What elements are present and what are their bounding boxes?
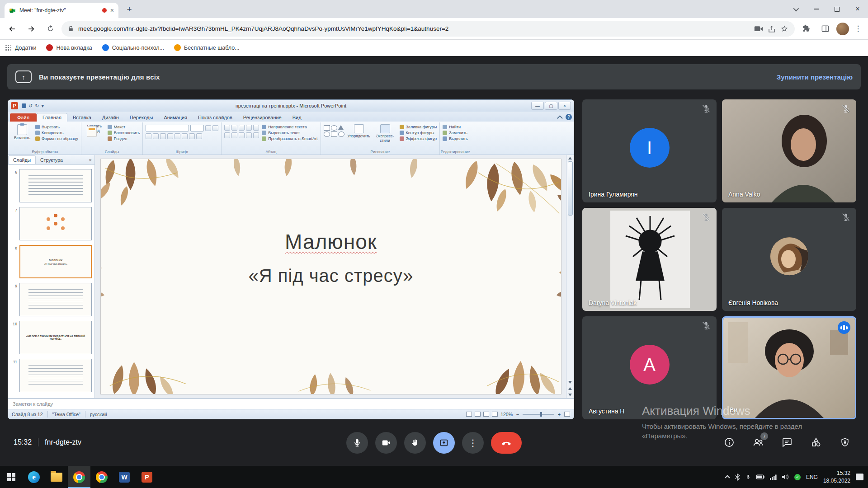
bookmark-item[interactable]: Нова вкладка [46, 44, 92, 51]
change-case-icon[interactable] [189, 133, 195, 139]
hidden-icons-chevron[interactable] [726, 474, 729, 479]
slide-editor[interactable]: Малюнок «Я під час стресу» [95, 155, 566, 398]
panel-tab-slides[interactable]: Слайды [8, 155, 36, 164]
scroll-up-icon[interactable] [568, 157, 572, 160]
layout-button[interactable]: Макет [108, 125, 140, 129]
slide-thumbnail-selected[interactable]: 8 Малюнок «Я під час стресу» [8, 243, 94, 281]
italic-icon[interactable] [153, 133, 159, 139]
reload-button[interactable] [42, 21, 58, 37]
scrollbar-thumb[interactable] [568, 161, 573, 216]
convert-smartart-button[interactable]: Преобразовать в SmartArt [262, 136, 317, 141]
fit-to-window-icon[interactable] [564, 412, 570, 417]
previous-slide-icon[interactable] [568, 387, 572, 390]
slide-scrollbar[interactable] [566, 155, 574, 398]
reset-button[interactable]: Восстановить [108, 131, 140, 135]
section-button[interactable]: Раздел [108, 136, 140, 141]
indent-more-icon[interactable] [246, 125, 252, 131]
slide-sorter-icon[interactable] [475, 412, 481, 417]
tab-design[interactable]: Дизайн [97, 113, 124, 122]
align-right-icon[interactable] [239, 132, 245, 138]
tab-home[interactable]: Главная [37, 113, 67, 122]
language-label[interactable]: русский [90, 412, 107, 417]
tab-transitions[interactable]: Переходы [124, 113, 159, 122]
tab-review[interactable]: Рецензирование [238, 113, 287, 122]
mic-button[interactable] [346, 432, 368, 454]
camera-indicator-icon[interactable] [754, 25, 763, 33]
window-close-button[interactable]: × [847, 0, 868, 18]
align-left-icon[interactable] [224, 132, 230, 138]
zoom-in-icon[interactable]: + [557, 412, 561, 417]
char-spacing-icon[interactable] [182, 133, 188, 139]
copy-button[interactable]: Копировать [35, 131, 78, 135]
participant-tile-irina[interactable]: I Ірина Гуламирян [582, 99, 717, 202]
side-panel-icon[interactable] [817, 21, 833, 37]
find-button[interactable]: Найти [443, 125, 468, 129]
new-slide-button[interactable]: Создать слайд [84, 123, 105, 149]
stop-presenting-button[interactable]: Зупинити презентацію [777, 73, 853, 81]
share-icon[interactable] [768, 25, 776, 33]
tab-view[interactable]: Вид [287, 113, 307, 122]
replace-button[interactable]: Заменить [443, 131, 468, 135]
end-call-button[interactable] [491, 432, 522, 454]
taskbar-edge-icon[interactable]: e [23, 466, 45, 488]
tab-animations[interactable]: Анимация [158, 113, 193, 122]
select-button[interactable]: Выделить [443, 136, 468, 141]
back-button[interactable] [5, 21, 20, 37]
shape-outline-button[interactable]: Контур фигуры [400, 131, 437, 135]
taskbar-chrome-icon[interactable] [90, 466, 113, 488]
bluetooth-icon[interactable] [735, 474, 740, 481]
shape-fill-button[interactable]: Заливка фигуры [400, 125, 437, 129]
bookmark-star-icon[interactable] [780, 25, 788, 33]
grow-font-icon[interactable] [205, 125, 211, 131]
apps-shortcut[interactable]: Додатки [5, 45, 36, 51]
shadow-icon[interactable] [167, 133, 173, 139]
action-center-icon[interactable] [856, 474, 863, 480]
shape-effects-button[interactable]: Эффекты фигур [400, 136, 437, 141]
zoom-slider[interactable] [523, 414, 554, 415]
activities-icon[interactable] [810, 436, 822, 448]
ppt-restore-button[interactable]: ▢ [545, 102, 557, 110]
present-button[interactable] [433, 432, 455, 454]
underline-icon[interactable] [160, 133, 166, 139]
scroll-down-icon[interactable] [568, 381, 572, 384]
format-painter-button[interactable]: Формат по образцу [35, 136, 78, 141]
taskbar-word-icon[interactable]: W [113, 466, 136, 488]
notes-pane[interactable]: Заметки к слайду [8, 398, 574, 409]
columns-icon[interactable] [253, 132, 259, 138]
profile-avatar[interactable] [836, 23, 849, 35]
reading-view-icon[interactable] [483, 412, 489, 417]
participant-tile-anna[interactable]: Anna Valko [722, 99, 856, 202]
slide-thumbnail[interactable]: 10 «НЕ ВСЕ Є ТАКИМ ЯК ВИДАЄТЬСЯ НА ПЕРШИ… [8, 319, 94, 357]
browser-tab[interactable]: Meet: "fnr-dgte-ztv" × [5, 3, 118, 18]
panel-close-icon[interactable]: × [86, 157, 94, 163]
align-text-button[interactable]: Выровнять текст [262, 131, 317, 135]
font-name-select[interactable] [146, 125, 189, 131]
bookmark-item[interactable]: Бесплатные шабло... [174, 44, 240, 51]
taskbar-explorer-icon[interactable] [45, 466, 68, 488]
slide-thumbnail[interactable]: 6 [8, 167, 94, 205]
participant-tile-evgeniya[interactable]: Євгенія Новікова [722, 208, 856, 311]
new-tab-button[interactable]: + [123, 3, 136, 16]
slide-thumbnail[interactable]: 9 [8, 281, 94, 319]
window-maximize-button[interactable] [826, 0, 847, 18]
taskbar-chrome-icon-active[interactable] [68, 466, 90, 488]
tray-mic-icon[interactable] [745, 474, 751, 480]
help-icon[interactable]: ? [566, 114, 572, 120]
participant-tile-daryna[interactable]: Daryna Vintoniak [582, 208, 717, 311]
shapes-gallery[interactable] [324, 123, 344, 149]
next-slide-icon[interactable] [568, 394, 572, 396]
quick-styles-button[interactable]: Экспресс-стили [373, 123, 397, 149]
shrink-font-icon[interactable] [212, 125, 218, 131]
normal-view-icon[interactable] [466, 412, 472, 417]
indent-less-icon[interactable] [239, 125, 245, 131]
forward-button[interactable] [24, 21, 39, 37]
browser-menu-icon[interactable]: ⋮ [853, 24, 863, 33]
keyboard-language[interactable]: ENG [806, 474, 818, 480]
start-button[interactable] [0, 466, 23, 488]
tab-close-icon[interactable]: × [110, 7, 114, 14]
ppt-minimize-button[interactable]: — [531, 102, 544, 110]
tab-insert[interactable]: Вставка [67, 113, 97, 122]
ppt-close-button[interactable]: × [558, 102, 571, 110]
battery-icon[interactable] [756, 474, 764, 479]
bold-icon[interactable] [146, 133, 151, 139]
